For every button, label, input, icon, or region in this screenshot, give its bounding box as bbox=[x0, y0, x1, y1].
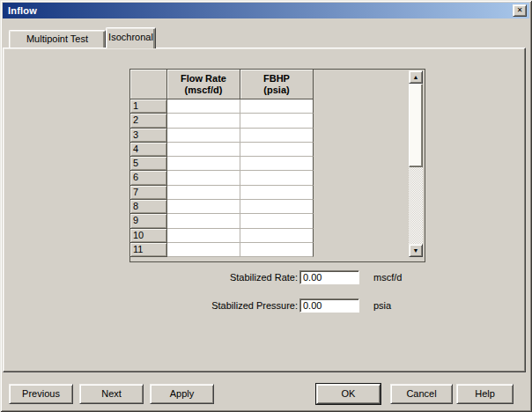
grid-vertical-scrollbar: ▲ ▼ bbox=[409, 70, 423, 257]
row-header[interactable]: 2 bbox=[130, 114, 167, 128]
grid-cell-fbhp[interactable] bbox=[240, 186, 314, 200]
close-button[interactable]: ✕ bbox=[513, 4, 527, 17]
table-row: 11 bbox=[130, 243, 314, 257]
row-header[interactable]: 6 bbox=[130, 171, 167, 185]
row-header[interactable]: 10 bbox=[130, 229, 167, 243]
grid-cell-flow-rate[interactable] bbox=[167, 186, 240, 200]
table-row: 9 bbox=[130, 214, 314, 228]
grid-cell-fbhp[interactable] bbox=[240, 143, 314, 157]
table-row: 1 bbox=[130, 99, 314, 114]
grid-cell-flow-rate[interactable] bbox=[167, 200, 240, 214]
grid-cell-flow-rate[interactable] bbox=[167, 129, 240, 143]
isochronal-tab-page: Flow Rate (mscf/d) FBHP (psia) 1 2 3 bbox=[3, 48, 526, 372]
cancel-button[interactable]: Cancel bbox=[390, 384, 453, 404]
column-header-flow-rate: Flow Rate (mscf/d) bbox=[167, 70, 240, 99]
grid-cell-flow-rate[interactable] bbox=[167, 157, 240, 171]
row-header[interactable]: 3 bbox=[130, 129, 167, 143]
test-points-grid: Flow Rate (mscf/d) FBHP (psia) 1 2 3 bbox=[129, 69, 425, 262]
table-row: 10 bbox=[130, 229, 314, 243]
grid-cell-fbhp[interactable] bbox=[240, 214, 314, 228]
grid-cell-fbhp[interactable] bbox=[240, 129, 314, 143]
column-header-fbhp: FBHP (psia) bbox=[240, 70, 314, 99]
grid-cell-fbhp[interactable] bbox=[240, 157, 314, 171]
next-button[interactable]: Next bbox=[79, 384, 144, 404]
table-row: 5 bbox=[130, 157, 314, 171]
scrollbar-track[interactable] bbox=[409, 167, 423, 244]
stabilized-rate-label: Stabilized Rate: bbox=[92, 270, 298, 284]
grid-cell-flow-rate[interactable] bbox=[167, 243, 240, 257]
tab-label: Isochronal bbox=[108, 32, 153, 42]
stabilized-rate-input[interactable] bbox=[299, 270, 359, 284]
grid-cell-fbhp[interactable] bbox=[240, 99, 314, 114]
table-row: 3 bbox=[130, 129, 314, 143]
grid-cell-flow-rate[interactable] bbox=[167, 229, 240, 243]
stabilized-pressure-input[interactable] bbox=[299, 298, 359, 313]
scrollbar-up-button[interactable]: ▲ bbox=[409, 70, 423, 84]
ok-button[interactable]: OK bbox=[316, 384, 381, 404]
stabilized-rate-unit: mscf/d bbox=[373, 270, 402, 284]
grid-cell-fbhp[interactable] bbox=[240, 171, 314, 185]
previous-button[interactable]: Previous bbox=[9, 384, 73, 404]
row-header[interactable]: 4 bbox=[130, 143, 167, 157]
scroll-down-icon: ▼ bbox=[413, 247, 419, 254]
inflow-dialog: Inflow ✕ Multipoint Test Selection Isoch… bbox=[0, 0, 532, 412]
grid-cell-fbhp[interactable] bbox=[240, 243, 314, 257]
row-header[interactable]: 9 bbox=[130, 214, 167, 228]
table-row: 2 bbox=[130, 114, 314, 128]
table-row: 4 bbox=[130, 143, 314, 157]
grid-cell-flow-rate[interactable] bbox=[167, 214, 240, 228]
table-row: 7 bbox=[130, 186, 314, 200]
grid-header-row: Flow Rate (mscf/d) FBHP (psia) bbox=[130, 70, 314, 99]
scroll-up-icon: ▲ bbox=[413, 74, 419, 80]
scrollbar-thumb[interactable] bbox=[409, 84, 423, 167]
tab-multipoint-test-selection[interactable]: Multipoint Test Selection bbox=[9, 30, 106, 48]
row-header[interactable]: 5 bbox=[130, 157, 167, 171]
title-bar: Inflow bbox=[3, 3, 529, 18]
row-header[interactable]: 7 bbox=[130, 186, 167, 200]
window-title: Inflow bbox=[8, 5, 37, 16]
stabilized-pressure-unit: psia bbox=[373, 298, 391, 313]
grid-cell-fbhp[interactable] bbox=[240, 114, 314, 128]
grid-cell-flow-rate[interactable] bbox=[167, 114, 240, 128]
grid-corner-cell bbox=[130, 70, 167, 99]
grid-cell-flow-rate[interactable] bbox=[167, 99, 240, 114]
row-header[interactable]: 1 bbox=[130, 99, 167, 114]
close-icon: ✕ bbox=[517, 7, 523, 14]
table-row: 6 bbox=[130, 171, 314, 185]
grid-cell-fbhp[interactable] bbox=[240, 200, 314, 214]
row-header[interactable]: 11 bbox=[130, 243, 167, 257]
grid-cell-flow-rate[interactable] bbox=[167, 143, 240, 157]
table-row: 8 bbox=[130, 200, 314, 214]
scrollbar-down-button[interactable]: ▼ bbox=[409, 244, 423, 257]
row-header[interactable]: 8 bbox=[130, 200, 167, 214]
grid-cell-flow-rate[interactable] bbox=[167, 171, 240, 185]
help-button[interactable]: Help bbox=[456, 384, 514, 404]
apply-button[interactable]: Apply bbox=[150, 384, 214, 404]
stabilized-pressure-label: Stabilized Pressure: bbox=[92, 298, 298, 313]
tab-isochronal[interactable]: Isochronal bbox=[106, 27, 156, 48]
grid-cell-fbhp[interactable] bbox=[240, 229, 314, 243]
